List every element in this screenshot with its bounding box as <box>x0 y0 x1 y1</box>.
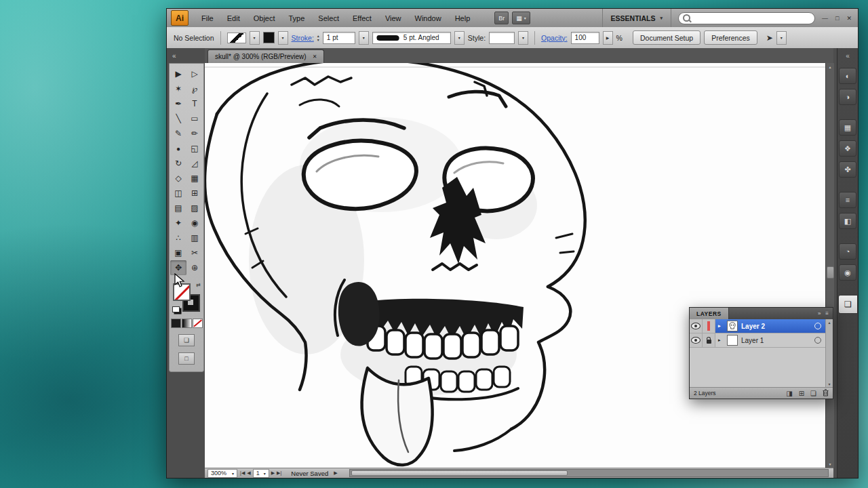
expand-layer-icon[interactable]: ▸ <box>718 338 724 343</box>
maximize-button[interactable]: □ <box>835 15 839 22</box>
swap-fill-stroke-icon[interactable]: ⇄ <box>196 282 201 288</box>
lasso-tool[interactable]: ℘ <box>186 81 203 96</box>
brush-select-field[interactable]: 5 pt. Angled <box>372 32 451 44</box>
status-menu-icon[interactable]: ▶ <box>334 470 337 476</box>
status-display[interactable]: Never Saved ▶ <box>284 470 344 477</box>
stroke-panel-icon[interactable]: ≡ <box>839 192 856 208</box>
stroke-weight-dropdown[interactable]: ▾ <box>359 31 369 45</box>
pointer-options-icon[interactable]: ➤ <box>766 33 773 43</box>
previous-artboard-button[interactable]: ◀ <box>247 470 250 476</box>
column-graph-tool[interactable]: ▥ <box>186 230 203 245</box>
stroke-weight-field[interactable]: 1 pt <box>323 32 355 44</box>
layer-color-cell[interactable] <box>703 319 715 333</box>
paintbrush-tool[interactable]: ✎ <box>170 126 186 141</box>
scroll-down-icon[interactable]: ▾ <box>826 462 834 466</box>
stroke-weight-stepper[interactable]: ▴ ▾ <box>317 34 319 42</box>
stroke-color-swatch[interactable] <box>263 32 275 43</box>
workspace-switcher[interactable]: ESSENTIALS ▾ <box>602 9 671 27</box>
close-button[interactable]: ✕ <box>846 15 852 22</box>
arrange-documents-button[interactable]: ▦ ▾ <box>512 12 530 24</box>
layer-name[interactable]: Layer 1 <box>741 337 811 344</box>
new-layer-icon[interactable]: ❏ <box>810 390 816 397</box>
rectangle-tool[interactable]: ▭ <box>186 111 203 126</box>
gradient-tool[interactable]: ▨ <box>186 201 203 216</box>
clipping-mask-icon[interactable]: ◨ <box>786 390 792 397</box>
scroll-down-icon[interactable]: ▾ <box>828 382 830 386</box>
perspective-grid-tool[interactable]: ⊞ <box>186 186 203 201</box>
layer-row-1[interactable]: ▸ Layer 1 <box>690 333 825 348</box>
direct-selection-tool[interactable]: ▷ <box>186 66 203 81</box>
menu-item-type[interactable]: Type <box>282 9 312 27</box>
menu-item-file[interactable]: File <box>195 9 220 27</box>
zoom-tool[interactable]: ⊕ <box>186 260 203 275</box>
none-button[interactable] <box>193 319 203 328</box>
default-fill-stroke-icon[interactable] <box>172 306 180 312</box>
layers-scrollbar[interactable]: ▴ ▾ <box>825 319 833 387</box>
screen-mode-button[interactable]: □ <box>178 352 195 365</box>
document-tab[interactable]: skull* @ 300% (RGB/Preview) ✕ <box>208 49 324 63</box>
target-circle[interactable] <box>814 323 821 329</box>
hand-tool[interactable]: ✥ <box>170 260 186 275</box>
rotate-tool[interactable]: ↻ <box>170 156 186 171</box>
gradient-button[interactable] <box>182 319 192 328</box>
swatches-panel-icon[interactable]: ▦ <box>839 119 856 136</box>
layers-tab[interactable]: LAYERS <box>690 308 729 319</box>
preferences-button[interactable]: Preferences <box>704 30 757 45</box>
desktop[interactable]: { "menubar": { "logo": "Ai", "items": ["… <box>0 0 868 488</box>
zoom-level-select[interactable]: 300% ▾ <box>208 469 237 478</box>
next-artboard-button[interactable]: ▶ <box>271 470 275 476</box>
menu-item-help[interactable]: Help <box>448 9 477 27</box>
style-dropdown[interactable]: ▾ <box>518 31 528 45</box>
brush-definition-preview[interactable] <box>227 33 246 43</box>
collapse-toolbar-button[interactable]: « <box>172 52 176 60</box>
layer-row-main[interactable]: ▸ Layer 1 <box>715 333 825 347</box>
mesh-tool[interactable]: ▤ <box>170 201 186 216</box>
selection-tool[interactable]: ▶ <box>170 66 186 81</box>
appearance-panel-icon[interactable]: ◉ <box>839 264 856 281</box>
visibility-toggle[interactable] <box>690 319 703 333</box>
horizontal-scroll-thumb[interactable] <box>351 470 568 476</box>
illustrator-logo-icon[interactable]: Ai <box>171 10 189 26</box>
scale-tool[interactable]: ◿ <box>186 156 203 171</box>
opacity-panel-link[interactable]: Opacity: <box>541 34 568 42</box>
opacity-dropdown[interactable]: ▶ <box>603 31 613 45</box>
pencil-tool[interactable]: ✏ <box>186 126 203 141</box>
horizontal-scrollbar[interactable] <box>349 469 829 477</box>
magic-wand-tool[interactable]: ✶ <box>170 81 186 96</box>
eyedropper-tool[interactable]: ✦ <box>170 216 186 230</box>
layer-name[interactable]: Layer 2 <box>741 323 811 330</box>
shape-builder-tool[interactable]: ◫ <box>170 186 186 201</box>
type-tool[interactable]: T <box>186 96 203 111</box>
vertical-scroll-thumb[interactable] <box>827 266 834 279</box>
document-setup-button[interactable]: Document Setup <box>633 30 701 45</box>
brush-select-dropdown[interactable]: ▾ <box>454 31 465 45</box>
vertical-scrollbar[interactable]: ▴ ▾ <box>825 63 834 468</box>
fill-swatch[interactable] <box>173 283 191 301</box>
search-input[interactable] <box>694 14 810 22</box>
target-circle[interactable] <box>814 337 821 344</box>
scroll-up-icon[interactable]: ▴ <box>826 64 834 69</box>
menu-item-edit[interactable]: Edit <box>220 9 247 27</box>
gradient-panel-icon[interactable]: ◧ <box>839 213 856 229</box>
lock-toggle[interactable] <box>703 333 715 347</box>
pen-tool[interactable]: ✒ <box>170 96 186 111</box>
width-tool[interactable]: ◇ <box>170 171 186 186</box>
layer-row-2[interactable]: ▸ Layer 2 <box>690 319 825 333</box>
color-panel-icon[interactable]: ◐ <box>839 68 856 84</box>
menu-item-window[interactable]: Window <box>408 9 448 27</box>
expand-layer-icon[interactable]: ▸ <box>718 323 724 329</box>
color-guide-panel-icon[interactable]: ◑ <box>839 89 856 105</box>
opacity-field[interactable]: 100 <box>571 32 599 44</box>
artboard-number-select[interactable]: 1 ▾ <box>253 469 269 478</box>
stepper-down-icon[interactable]: ▾ <box>317 38 319 42</box>
stroke-panel-link[interactable]: Stroke: <box>292 34 314 42</box>
transparency-panel-icon[interactable]: ◔ <box>839 243 856 260</box>
menu-item-effect[interactable]: Effect <box>346 9 378 27</box>
menu-item-object[interactable]: Object <box>247 9 282 27</box>
last-artboard-button[interactable]: ▶| <box>277 470 281 476</box>
new-sublayer-icon[interactable]: ⊞ <box>799 390 804 397</box>
line-segment-tool[interactable]: ╲ <box>170 111 186 126</box>
layers-panel-icon[interactable]: ❏ <box>838 295 858 314</box>
menu-item-select[interactable]: Select <box>311 9 346 27</box>
expand-panel-icon[interactable]: » <box>818 310 821 317</box>
